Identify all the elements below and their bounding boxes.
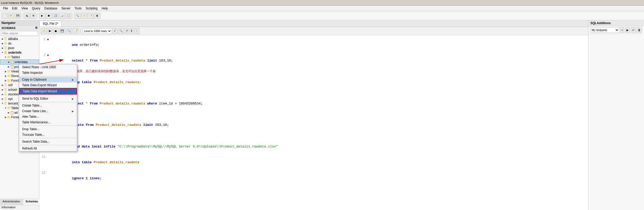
toolbar: 📄 📂 💾 🔌 ⚙ ▶ ⏹ 🔄 📊 📋 🔍 ⚡ 📝 🗑 [0,11,644,20]
tree-item-tables[interactable]: ▼ 📁 Tables [0,55,39,59]
snippets-bar: My Snippets + ▶ ↩ 🗑 [588,26,644,34]
tree-item-ds[interactable]: ▶ 🗄 ds [0,41,39,46]
run-selected-btn[interactable]: ▶ [48,28,52,34]
ctx-send-sql[interactable]: Send to SQL Editor ▶ [19,96,77,101]
menu-database[interactable]: Database [42,6,59,11]
ctx-create-arrow: ▶ [72,110,74,113]
ctx-copy-arrow: ▶ [72,78,74,81]
menu-query[interactable]: Query [30,6,42,11]
sidebar-bottom-tabs: Administration Schemas [0,199,39,205]
sql-tab-bar: SQL File 2* [39,20,588,27]
ctx-search-data[interactable]: Search Table Data... [19,139,77,144]
sql-line-6: 6 select * from Product_details_rawdata … [39,96,588,112]
toolbar-connect[interactable]: 🔌 [24,13,30,19]
toolbar-btn8[interactable]: 🔍 [74,13,80,19]
stop-btn[interactable]: ⏹ [53,28,58,34]
toolbar-disconnect[interactable]: ⚙ [30,13,36,19]
ctx-export-wizard[interactable]: Table Data Export Wizard [19,82,77,88]
ctx-sep-3 [19,102,77,102]
right-panel: SQLAdditions My Snippets + ▶ ↩ 🗑 [588,20,644,210]
schemas-header: SCHEMAS ⚙ [0,26,39,30]
sidebar-info: Information [0,205,39,210]
ctx-create-table[interactable]: Create Table... [19,103,77,108]
ctx-refresh-all[interactable]: Refresh All [19,146,77,151]
sidebar-tab-schemas[interactable]: Schemas [23,199,41,205]
ctx-sep-1 [19,76,77,76]
ctx-send-arrow: ▶ [72,97,74,100]
snippets-run-btn[interactable]: ▶ [625,27,630,33]
search2-btn[interactable]: 🔍 [118,28,124,34]
format-btn[interactable]: 📝 [73,28,79,34]
toolbar-btn9[interactable]: ⚡ [81,13,87,19]
ctx-import-wizard[interactable]: Table Data Import Wizard [19,88,77,95]
ctx-select-rows[interactable]: Select Rows - Limit 1000 [19,64,77,70]
tree-item-orderdata[interactable]: ▶ 📋 orderdata [0,59,39,65]
ctx-create-like[interactable]: Create Table Like... ▶ [19,108,77,114]
menu-scripting[interactable]: Scripting [84,6,100,11]
sql-line-12: 12 ignore 1 lines; [39,171,588,186]
navigator-header: Navigator [0,20,39,26]
tree-item-alibaba[interactable]: ▶ 🗄 alibaba [0,37,39,41]
help-btn[interactable]: ? [125,28,129,34]
filter-row [0,30,39,37]
menu-file[interactable]: File [1,6,10,11]
info-btn[interactable]: ℹ [130,28,133,34]
filter-input[interactable] [1,31,38,36]
context-menu: Select Rows - Limit 1000 Table Inspector… [19,64,77,152]
toolbar-btn7[interactable]: 📋 [66,13,72,19]
ctx-copy-clipboard[interactable]: Copy to Clipboard ▶ [19,77,77,82]
sql-line-7: 7 选择导入数据 [39,112,588,117]
ctx-truncate[interactable]: Truncate Table... [19,132,77,138]
snippets-add-btn[interactable]: + [620,27,624,33]
save-btn[interactable]: 💾 [59,28,65,34]
sidebar-tab-administration[interactable]: Administration [0,199,23,205]
toolbar-btn3[interactable]: ▶ [39,13,45,19]
main-layout: Navigator SCHEMAS ⚙ ▶ 🗄 alibaba ▶ 🗄 ds [0,20,644,210]
toolbar-open[interactable]: 📂 [8,13,14,19]
apply-limit-btn[interactable]: ✓ [112,28,117,34]
schemas-options-icon[interactable]: ⚙ [35,26,38,29]
tree-item-jixun[interactable]: ▶ 🗄 jixun [0,46,39,50]
toolbar-save[interactable]: 💾 [15,13,21,19]
sql-tab-1[interactable]: SQL File 2* [39,21,61,27]
sql-line-8: 8 delete from Product_details_rawdata li… [39,117,588,133]
sql-line-5: 5 [39,90,588,96]
menu-help[interactable]: Help [100,6,110,11]
toolbar-btn6[interactable]: 📊 [59,13,65,19]
toolbar-btn4[interactable]: ⏹ [46,13,52,19]
menu-edit[interactable]: Edit [10,6,19,11]
right-panel-header: SQLAdditions [588,20,644,26]
ctx-sep-6 [19,145,77,145]
ctx-sep-2 [19,95,77,95]
run-btn[interactable]: ⚡ [41,28,47,34]
sql-line-1: 1 ● use orderinfo; [39,37,588,53]
menu-bar: File Edit View Query Database Server Too… [0,6,644,11]
menu-view[interactable]: View [19,6,30,11]
toolbar-btn5[interactable]: 🔄 [52,13,58,19]
snippets-select[interactable]: My Snippets [590,27,619,33]
toolbar-new[interactable]: 📄 [2,13,8,19]
toolbar-btn11[interactable]: 🗑 [94,13,100,19]
ctx-drop-table[interactable]: Drop Table... [19,126,77,132]
editor-area: SQL File 2* ⚡ ▶ ⏹ 💾 🔍 📝 Limit to 1000 ro… [39,20,588,210]
title-bar: Local Instance MySQL80 - MySQL Workbench [0,0,644,6]
ctx-sep-5 [19,138,77,138]
ctx-alter-table[interactable]: Alter Table... [19,114,77,119]
sql-line-4: 4 ● drop table Product_details_rawdata; [39,74,588,90]
snippets-replace-btn[interactable]: ↩ [631,27,636,33]
sql-line-10: 10 load data local infile "C:\\ProgramDa… [39,139,588,155]
menu-server[interactable]: Server [59,6,72,11]
sql-editor-content[interactable]: 1 ● use orderinfo; 2 ● select * from Pro… [39,35,588,210]
ctx-table-inspector[interactable]: Table Inspector [19,70,77,76]
sql-line-11: 11 into table Product_details_rawdata [39,155,588,170]
toolbar-btn10[interactable]: 📝 [88,13,94,19]
menu-tools[interactable]: Tools [72,6,84,11]
ctx-maintenance[interactable]: Table Maintenance... [19,119,77,125]
snippets-delete-btn[interactable]: 🗑 [637,27,642,33]
limit-select[interactable]: Limit to 1000 rows [82,28,112,34]
ctx-sep-4 [19,126,77,126]
title-text: Local Instance MySQL80 - MySQL Workbench [1,1,59,4]
tree-item-orderinfo[interactable]: ▼ 🗄 orderinfo [0,50,39,55]
more-btn[interactable]: ⋮ [134,28,139,34]
search-btn[interactable]: 🔍 [66,28,72,34]
